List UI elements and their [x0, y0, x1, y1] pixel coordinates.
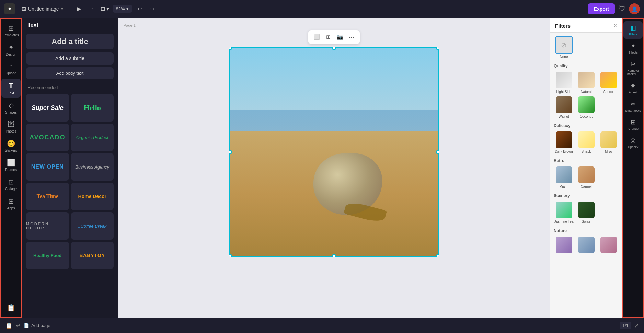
filter-item-dark-brown[interactable]: Dark Brown: [554, 131, 574, 153]
document-icon: 🖼: [21, 6, 26, 12]
filter-section-delicacy: Delicacy Dark Brown Snack Miso: [550, 120, 622, 155]
right-sidebar-item-arrange[interactable]: ⊞ Arrange: [623, 116, 643, 133]
avatar[interactable]: 👤: [629, 3, 640, 14]
sidebar-item-shapes-label: Shapes: [5, 111, 17, 114]
zoom-display[interactable]: 82% ▾: [113, 5, 132, 13]
zoom-value: 82%: [116, 6, 125, 11]
canvas-crop-btn[interactable]: ⬜: [312, 32, 321, 42]
pointer-tool-btn[interactable]: ▶: [73, 3, 84, 14]
sidebar-item-frames[interactable]: ⬜ Frames: [1, 156, 21, 174]
sidebar-item-photos-label: Photos: [5, 129, 16, 133]
filter-item-carmel[interactable]: Carmel: [576, 166, 596, 188]
redo-btn[interactable]: ↪: [147, 3, 158, 14]
right-sidebar-item-opacity[interactable]: ◎ Opacity: [623, 134, 643, 151]
template-healthy-food[interactable]: Healthy Food: [26, 242, 69, 269]
arrange-icon: ⊞: [631, 118, 636, 126]
filter-thumb-carmel: [577, 166, 595, 184]
bottom-icon-2[interactable]: ↩: [16, 322, 20, 329]
canvas-grid-btn[interactable]: ⊞: [323, 32, 333, 42]
filter-item-miami[interactable]: Miami: [554, 166, 574, 188]
canvas-area[interactable]: Page 1 ⬜ ⊞ 📷 •••: [118, 18, 550, 318]
filter-item-apricot[interactable]: Apricot: [598, 71, 619, 94]
canvas-more-btn[interactable]: •••: [347, 32, 356, 42]
filter-scenery-label: Scenery: [554, 193, 619, 198]
shield-icon[interactable]: 🛡: [619, 5, 625, 13]
right-sidebar-item-smart-tools[interactable]: ✏ Smart tools: [623, 97, 643, 115]
filters-header: Filters ×: [550, 18, 622, 33]
effects-icon: ✦: [631, 42, 636, 50]
filter-item-none[interactable]: ⊘ None: [554, 36, 574, 59]
sidebar-item-apps[interactable]: ⊞ Apps: [1, 194, 21, 213]
filter-none-grid: ⊘ None: [554, 36, 619, 59]
export-button[interactable]: Export: [588, 3, 615, 14]
template-hello[interactable]: Hello: [71, 94, 114, 122]
sidebar-item-upload[interactable]: ↑ Upload: [1, 60, 21, 78]
remove-bg-icon: ✂: [631, 60, 636, 68]
undo-btn[interactable]: ↩: [134, 3, 145, 14]
add-subtitle-button[interactable]: Add a subtitle: [26, 52, 114, 65]
sidebar-item-apps-label: Apps: [7, 206, 15, 210]
template-avocado[interactable]: AVOCADO: [26, 124, 69, 151]
sidebar-item-notes[interactable]: 📋: [1, 301, 21, 314]
filter-item-natural[interactable]: Natural: [576, 71, 596, 94]
template-organic-product[interactable]: Organic Product: [71, 124, 114, 151]
document-title[interactable]: Untitled image: [28, 6, 59, 12]
template-modern-decor[interactable]: MODERN DECOR: [26, 212, 69, 240]
filter-item-jasmine-tea[interactable]: Jasmine Tea: [554, 201, 574, 223]
stickers-icon: 😊: [7, 139, 15, 148]
template-newopen-text: NEW OPEN: [31, 164, 64, 170]
right-sidebar-item-filters[interactable]: ◧ Filters: [623, 21, 643, 39]
template-babytoy[interactable]: BABYTOY: [71, 242, 114, 269]
right-sidebar-item-remove-bg[interactable]: ✂ Remove backgr...: [623, 58, 643, 79]
canvas-image[interactable]: ↻: [229, 47, 439, 257]
template-new-open[interactable]: NEW OPEN: [26, 153, 69, 181]
sidebar-item-collage[interactable]: ⊡ Collage: [1, 175, 21, 194]
filter-label-natural: Natural: [580, 90, 591, 94]
shape-tool-btn[interactable]: ○: [87, 3, 97, 14]
right-sidebar-item-effects[interactable]: ✦ Effects: [623, 39, 643, 57]
template-home-decor[interactable]: Home Decor: [71, 183, 114, 210]
template-coffee-break[interactable]: #Coffee Break: [71, 212, 114, 240]
filter-item-snack[interactable]: Snack: [576, 131, 596, 153]
filter-section-none: ⊘ None: [550, 33, 622, 60]
template-tea-time[interactable]: Tea Time: [26, 183, 69, 210]
add-title-button[interactable]: Add a title: [26, 34, 114, 49]
filter-thumb-miso: [600, 131, 618, 149]
bottom-icon-1[interactable]: 📋: [5, 322, 12, 329]
add-page-button[interactable]: 📄 Add page: [24, 323, 50, 328]
filter-thumb-natural: [577, 71, 595, 89]
filter-item-swiss[interactable]: Swiss: [576, 201, 596, 223]
filter-item-miso[interactable]: Miso: [598, 131, 619, 153]
sidebar-item-text[interactable]: T Text: [1, 79, 21, 98]
right-sidebar-item-adjust[interactable]: ◈ Adjust: [623, 79, 643, 97]
right-icon-sidebar: ◧ Filters ✦ Effects ✂ Remove backgr... ◈…: [622, 18, 644, 318]
canvas-photo-btn[interactable]: 📷: [335, 32, 345, 42]
title-chevron-icon[interactable]: ▾: [61, 7, 63, 11]
right-sidebar-adjust-label: Adjust: [629, 91, 637, 94]
main-layout: ⊞ Templates ✦ Design ↑ Upload T Text ◇ S…: [0, 18, 644, 318]
sidebar-item-design[interactable]: ✦ Design: [1, 41, 21, 59]
template-business-text: Business Agency: [75, 164, 109, 170]
sidebar-item-templates[interactable]: ⊞ Templates: [1, 21, 21, 40]
add-body-button[interactable]: Add body text: [26, 67, 114, 79]
filters-close-btn[interactable]: ×: [614, 23, 617, 29]
filter-label-jasmine-tea: Jasmine Tea: [554, 220, 574, 223]
filter-item-coconut[interactable]: Coconut: [576, 96, 596, 118]
filter-item-walnut[interactable]: Walnut: [554, 96, 574, 118]
sidebar-item-shapes[interactable]: ◇ Shapes: [1, 99, 21, 117]
filter-item-nature1[interactable]: [554, 236, 574, 255]
template-super-sale[interactable]: Super Sale: [26, 94, 69, 122]
app-logo[interactable]: ✦: [4, 3, 15, 14]
sidebar-item-stickers[interactable]: 😊 Stickers: [1, 137, 21, 155]
grid-tool-btn[interactable]: ⊞ ▾: [100, 3, 111, 14]
filter-item-light-skin[interactable]: Light Skin: [554, 71, 574, 94]
bottom-expand-icon[interactable]: ⤢: [634, 322, 639, 329]
filter-item-nature3[interactable]: [598, 236, 619, 255]
filter-label-miami: Miami: [559, 185, 568, 188]
sidebar-item-photos[interactable]: 🖼 Photos: [1, 118, 21, 136]
filter-scenery-grid: Jasmine Tea Swiss: [554, 201, 619, 223]
filter-label-walnut: Walnut: [559, 115, 569, 118]
template-business-agency[interactable]: Business Agency: [71, 153, 114, 181]
filter-item-nature2[interactable]: [576, 236, 596, 255]
filters-panel: Filters × ⊘ None Quality Light Skin: [550, 18, 622, 318]
